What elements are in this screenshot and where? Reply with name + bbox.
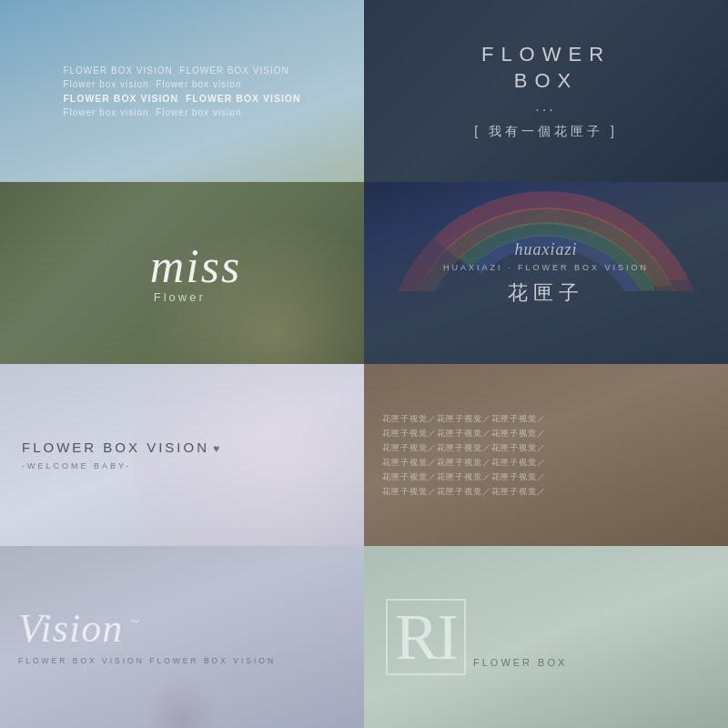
cell-7-content: Vision ~ FLOWER BOX VISION FLOWER BOX VI… — [0, 609, 364, 665]
watermark-text-4: Flower box vision Flower box vision — [63, 107, 241, 117]
cell-1-content: FLOWER BOX VISION FLOWER BOX VISION Flow… — [45, 47, 318, 136]
watermark-row-1: FLOWER BOX VISION FLOWER BOX VISION — [63, 66, 300, 76]
cell-6-content: 花匣子视觉／花匣子视觉／花匣子视觉／ 花匣子视觉／花匣子视觉／花匣子视觉／ 花匣… — [364, 395, 728, 516]
person-shadow — [146, 673, 218, 728]
watermark-row-3: FLOWER BOX VISION FLOWER BOX VISION — [63, 93, 300, 104]
cell-8-content: RI FLOWER BOX — [364, 599, 728, 675]
chinese-row-2: 花匣子视觉／花匣子视觉／花匣子视觉／ — [382, 428, 710, 440]
subtitle-en: HUAXIAZI · FLOWER BOX VISION — [443, 263, 649, 272]
miss-text: miss — [150, 243, 241, 290]
cell-5-content: FLOWER BOX VISION ♥ -WELCOME BABY- — [0, 440, 364, 470]
box-title: BOX — [474, 68, 618, 95]
miss-word: miss — [150, 240, 241, 292]
cell-3-content: miss Flower — [123, 243, 241, 304]
chinese-row-5: 花匣子视觉／花匣子视觉／花匣子视觉／ — [382, 471, 710, 483]
chinese-text: [ 我有一個花匣子 ] — [474, 124, 618, 140]
cell-flower-box-chinese: FLOWER BOX ... [ 我有一個花匣子 ] — [364, 0, 728, 182]
vision-bottom-text: FLOWER BOX VISION FLOWER BOX VISION — [18, 656, 364, 665]
welcome-main-line: FLOWER BOX VISION ♥ — [22, 440, 364, 456]
vision-tilde: ~ — [130, 612, 140, 631]
chinese-row-3: 花匣子视觉／花匣子视觉／花匣子视觉／ — [382, 442, 710, 454]
dots-separator: ... — [474, 100, 618, 115]
chinese-watermark-grid: 花匣子视觉／花匣子视觉／花匣子视觉／ 花匣子视觉／花匣子视觉／花匣子视觉／ 花匣… — [382, 413, 710, 498]
vision-word: Vision — [18, 606, 123, 651]
ri-letters: RI — [386, 599, 466, 675]
cell-miss-flower: miss Flower — [0, 182, 364, 364]
flower-label: Flower — [154, 290, 241, 304]
welcome-baby-subtitle: -WELCOME BABY- — [22, 461, 364, 470]
chinese-row-6: 花匣子视觉／花匣子视觉／花匣子视觉／ — [382, 486, 710, 498]
watermark-row-4: Flower box vision Flower box vision — [63, 107, 300, 117]
flower-title: FLOWER — [474, 42, 618, 68]
watermark-text: FLOWER BOX VISION FLOWER BOX VISION — [63, 66, 288, 76]
chinese-huaxiazi: 花匣子 — [443, 279, 649, 307]
flower-box-vision-label: FLOWER BOX VISION — [22, 440, 209, 455]
heart-icon: ♥ — [213, 442, 219, 455]
cell-chinese-watermark: 花匣子视觉／花匣子视觉／花匣子视觉／ 花匣子视觉／花匣子视觉／花匣子视觉／ 花匣… — [364, 364, 728, 546]
watermark-row-2: Flower box vision Flower box vision — [63, 79, 300, 89]
cell-welcome-baby: FLOWER BOX VISION ♥ -WELCOME BABY- — [0, 364, 364, 546]
cell-watermark-grid: FLOWER BOX VISION FLOWER BOX VISION Flow… — [0, 0, 364, 182]
cell-vision-script: Vision ~ FLOWER BOX VISION FLOWER BOX VI… — [0, 546, 364, 728]
watermark-text-bold-1: FLOWER BOX VISION FLOWER BOX VISION — [63, 93, 300, 104]
vision-script-text: Vision ~ — [18, 609, 364, 649]
chinese-row-1: 花匣子视觉／花匣子视觉／花匣子视觉／ — [382, 413, 710, 425]
cell-huaxiazi: huaxiazi HUAXIAZI · FLOWER BOX VISION 花匣… — [364, 182, 728, 364]
cell-2-content: FLOWER BOX ... [ 我有一個花匣子 ] — [474, 42, 618, 139]
cell-ri-flower-box: RI FLOWER BOX — [364, 546, 728, 728]
watermark-text-2: Flower box vision Flower box vision — [63, 79, 241, 89]
ri-side-text: FLOWER BOX — [473, 657, 567, 675]
flower-box-label: FLOWER BOX — [473, 657, 567, 668]
cell-4-content: huaxiazi HUAXIAZI · FLOWER BOX VISION 花匣… — [443, 240, 649, 307]
script-huaxiazi: huaxiazi — [443, 240, 649, 259]
main-grid: FLOWER BOX VISION FLOWER BOX VISION Flow… — [0, 0, 728, 728]
chinese-row-4: 花匣子视觉／花匣子视觉／花匣子视觉／ — [382, 457, 710, 469]
